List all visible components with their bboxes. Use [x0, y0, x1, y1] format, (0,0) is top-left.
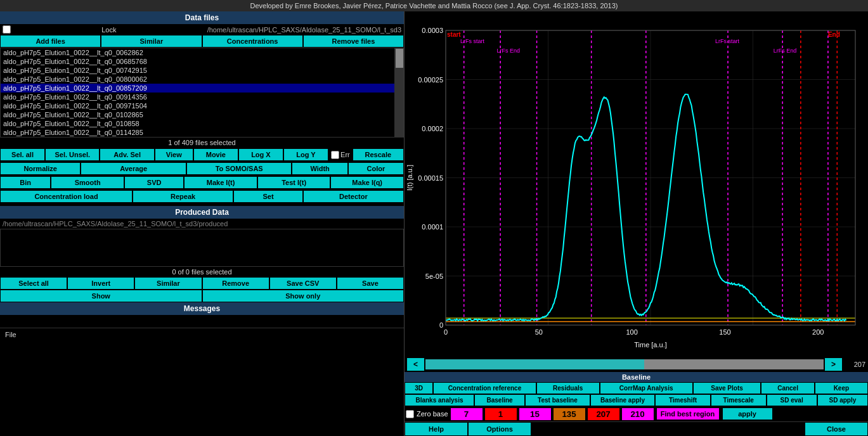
rescale-button[interactable]: Rescale	[353, 148, 404, 161]
val3-input[interactable]	[519, 408, 551, 420]
file-list-item[interactable]: aldo_pH7p5_Elution1_0022__lt_q0_00914356	[1, 93, 394, 101]
err-check-group: Err	[328, 148, 353, 161]
err-checkbox[interactable]	[331, 151, 339, 159]
file-list-item[interactable]: aldo_pH7p5_Elution1_0022__lt_q0_00742915	[1, 66, 394, 75]
sel-unsel-button[interactable]: Sel. Unsel.	[45, 148, 100, 161]
residuals-button[interactable]: Residuals	[536, 382, 600, 394]
chart-canvas	[405, 11, 868, 357]
messages-section: Messages	[0, 302, 404, 328]
normalize-button[interactable]: Normalize	[0, 162, 81, 175]
slider-right-button[interactable]: >	[825, 358, 842, 371]
close-button[interactable]: Close	[805, 422, 868, 436]
detector-button[interactable]: Detector	[303, 190, 404, 203]
zero-base-checkbox[interactable]	[406, 410, 414, 418]
produced-btn-row: Select all Invert Similar Remove Save CS…	[0, 277, 404, 290]
file-list[interactable]: aldo_pH7p5_Elution1_0022__lt_q0_0062862a…	[0, 48, 395, 138]
file-list-item[interactable]: aldo_pH7p5_Elution1_0022__lt_q0_00800062	[1, 75, 394, 84]
adv-sel-button[interactable]: Adv. Sel	[100, 148, 154, 161]
lock-row: Lock /home/ultrascan/HPLC_SAXS/Aldolase_…	[0, 24, 404, 35]
file-list-item[interactable]: aldo_pH7p5_Elution1_0022__lt_q0_00971504	[1, 101, 394, 110]
sel-all-button[interactable]: Sel. all	[0, 148, 45, 161]
log-x-button[interactable]: Log X	[238, 148, 283, 161]
scrollbar-thumb[interactable]	[396, 49, 403, 68]
test-it-button[interactable]: Test I(t)	[257, 176, 331, 189]
sd-apply-button[interactable]: SD apply	[817, 394, 868, 406]
make-iq-button[interactable]: Make I(q)	[330, 176, 404, 189]
set-button[interactable]: Set	[233, 190, 303, 203]
show-button[interactable]: Show	[0, 290, 202, 302]
sd-eval-button[interactable]: SD eval	[767, 394, 817, 406]
make-it-button[interactable]: Make I(t)	[184, 176, 257, 189]
slider-left-button[interactable]: <	[407, 358, 424, 371]
corrmap-button[interactable]: CorrMap Analysis	[600, 382, 693, 394]
save-button[interactable]: Save	[337, 277, 404, 290]
lock-checkbox[interactable]	[3, 25, 11, 34]
baseline-section: < > 207 Baseline 3D Concentration refere…	[405, 357, 868, 421]
concentrations-button[interactable]: Concentrations	[202, 35, 303, 48]
left-panel: Data files Lock /home/ultrascan/HPLC_SAX…	[0, 11, 405, 436]
timeshift-button[interactable]: Timeshift	[655, 394, 711, 406]
smooth-button[interactable]: Smooth	[51, 176, 124, 189]
view-button[interactable]: View	[155, 148, 193, 161]
find-best-button[interactable]: Find best region	[656, 407, 720, 420]
right-bottom-bar: Help Options Close	[405, 421, 868, 436]
repeak-button[interactable]: Repeak	[133, 190, 233, 203]
file-list-item[interactable]: aldo_pH7p5_Elution1_0022__lt_q0_00685768	[1, 57, 394, 66]
val5-input[interactable]	[588, 408, 619, 420]
zero-base-label: Zero base	[417, 410, 448, 418]
add-files-button[interactable]: Add files	[0, 35, 101, 48]
file-buttons-row: Add files Similar Concentrations Remove …	[0, 35, 404, 48]
svd-button[interactable]: SVD	[124, 176, 184, 189]
show-only-button[interactable]: Show only	[202, 290, 405, 302]
ctrl-row-1: Sel. all Sel. Unsel. Adv. Sel View Movie…	[0, 148, 404, 161]
similar2-button[interactable]: Similar	[134, 277, 202, 290]
to-somo-button[interactable]: To SOMO/SAS	[186, 162, 292, 175]
remove-button[interactable]: Remove	[202, 277, 269, 290]
val6-input[interactable]	[622, 408, 654, 420]
left-bottom-bar: File	[0, 328, 404, 341]
file-list-container: aldo_pH7p5_Elution1_0022__lt_q0_0062862a…	[0, 48, 404, 138]
timescale-button[interactable]: Timescale	[711, 394, 767, 406]
remove-files-button[interactable]: Remove files	[303, 35, 404, 48]
file-list-item[interactable]: aldo_pH7p5_Elution1_0022__lt_q0_0114285	[1, 128, 394, 137]
keep-button[interactable]: Keep	[815, 382, 868, 394]
baseline-apply-button[interactable]: Baseline apply	[590, 394, 656, 406]
color-button[interactable]: Color	[348, 162, 404, 175]
file-list-item[interactable]: aldo_pH7p5_Elution1_0022__lt_q0_0102865	[1, 110, 394, 119]
baseline-button[interactable]: Baseline	[474, 394, 525, 406]
test-baseline-button[interactable]: Test baseline	[525, 394, 590, 406]
bin-button[interactable]: Bin	[0, 176, 51, 189]
save-csv-button[interactable]: Save CSV	[269, 277, 337, 290]
options-button[interactable]: Options	[468, 422, 531, 436]
file-count: 1 of 409 files selected	[0, 138, 404, 148]
cancel-button[interactable]: Cancel	[761, 382, 814, 394]
file-list-item[interactable]: aldo_pH7p5_Elution1_0022__lt_q0_010858	[1, 119, 394, 128]
err-label: Err	[340, 151, 350, 158]
file-menu[interactable]: File	[0, 328, 22, 341]
file-list-item[interactable]: aldo_pH7p5_Elution1_0022__lt_q0_00857209	[1, 84, 394, 93]
val2-input[interactable]	[485, 408, 517, 420]
ctrl-row-4: Concentration load Repeak Set Detector	[0, 190, 404, 203]
apply-button[interactable]: apply	[722, 407, 773, 420]
help-button[interactable]: Help	[405, 422, 468, 436]
blanks-button[interactable]: Blanks analysis	[405, 394, 474, 406]
select-all-button[interactable]: Select all	[0, 277, 67, 290]
conc-reference-button[interactable]: Concentration reference	[433, 382, 536, 394]
conc-load-button[interactable]: Concentration load	[0, 190, 133, 203]
average-button[interactable]: Average	[81, 162, 186, 175]
invert-button[interactable]: Invert	[67, 277, 134, 290]
similar-button[interactable]: Similar	[101, 35, 202, 48]
save-plots-button[interactable]: Save Plots	[693, 382, 761, 394]
val4-input[interactable]	[554, 408, 585, 420]
file-list-item[interactable]: aldo_pH7p5_Elution1_0022__lt_q0_0062862	[1, 48, 394, 57]
width-button[interactable]: Width	[292, 162, 347, 175]
baseline-btn-row-2: Blanks analysis Baseline Test baseline B…	[405, 394, 868, 406]
slider-track[interactable]	[425, 359, 824, 369]
zero-base-row: Zero base Find best region apply	[405, 406, 868, 421]
movie-button[interactable]: Movie	[193, 148, 238, 161]
val1-input[interactable]	[451, 408, 483, 420]
log-y-button[interactable]: Log Y	[283, 148, 328, 161]
slider-value: 207	[843, 361, 865, 368]
app-title: Developed by Emre Brookes, Javier Pérez,…	[250, 2, 618, 10]
3d-button[interactable]: 3D	[405, 382, 433, 394]
